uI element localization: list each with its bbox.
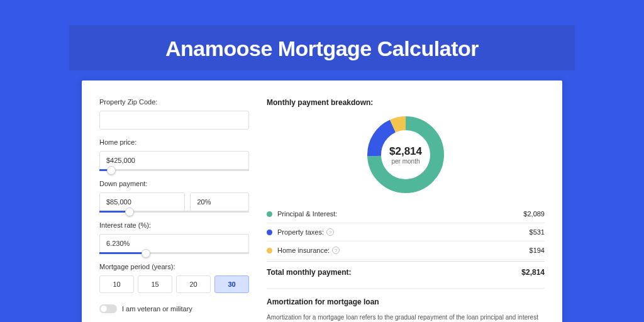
page-title: Anamoose Mortgage Calculator	[0, 36, 644, 61]
veteran-label: I am veteran or military	[122, 305, 192, 313]
donut-sub: per month	[391, 158, 419, 165]
toggle-knob	[101, 306, 107, 312]
veteran-toggle-row: I am veteran or military	[99, 304, 249, 313]
down-payment-percent-input[interactable]	[190, 192, 249, 211]
period-option-10[interactable]: 10	[99, 275, 134, 293]
home-price-slider[interactable]	[99, 169, 249, 171]
legend-label: Home insurance:?	[277, 247, 530, 254]
legend-row-taxes: Property taxes:? $531	[267, 223, 545, 242]
donut-chart-wrap: $2,814 per month	[267, 114, 545, 195]
home-price-field-group: Home price:	[99, 138, 249, 171]
legend-value: $531	[530, 228, 545, 236]
interest-slider[interactable]	[99, 252, 249, 254]
info-icon[interactable]: ?	[326, 228, 334, 236]
zip-field-group: Property Zip Code:	[99, 98, 249, 130]
donut-chart: $2,814 per month	[365, 114, 446, 195]
amortization-text: Amortization for a mortgage loan refers …	[267, 313, 545, 322]
legend-value: $194	[530, 247, 545, 254]
down-payment-slider[interactable]	[99, 211, 249, 213]
down-payment-row	[99, 192, 249, 211]
legend-dot-icon	[267, 230, 272, 235]
down-payment-field-group: Down payment:	[99, 180, 249, 213]
period-label: Mortgage period (years):	[99, 263, 249, 270]
legend-label: Property taxes:?	[277, 228, 530, 236]
legend-value: $2,089	[523, 210, 545, 218]
home-price-label: Home price:	[99, 138, 249, 146]
down-payment-label: Down payment:	[99, 180, 249, 187]
zip-input[interactable]	[99, 111, 249, 130]
legend-dot-icon	[267, 211, 272, 217]
slider-thumb[interactable]	[125, 208, 134, 216]
info-icon[interactable]: ?	[332, 247, 340, 254]
veteran-toggle[interactable]	[99, 304, 117, 313]
total-label: Total monthly payment:	[267, 268, 521, 277]
results-column: Monthly payment breakdown: $2,814 per mo…	[267, 98, 545, 322]
total-value: $2,814	[521, 268, 545, 277]
interest-label: Interest rate (%):	[99, 221, 249, 229]
amortization-title: Amortization for mortgage loan	[267, 297, 545, 306]
period-option-20[interactable]: 20	[176, 275, 211, 293]
legend-row-insurance: Home insurance:? $194	[267, 242, 545, 260]
calculator-card: Property Zip Code: Home price: Down paym…	[82, 80, 562, 322]
amortization-section: Amortization for mortgage loan Amortizat…	[267, 288, 545, 322]
period-options: 10 15 20 30	[99, 275, 249, 293]
home-price-input[interactable]	[99, 151, 249, 170]
slider-fill	[99, 252, 146, 254]
period-option-15[interactable]: 15	[138, 275, 172, 293]
period-field-group: Mortgage period (years): 10 15 20 30	[99, 263, 249, 293]
total-row: Total monthly payment: $2,814	[267, 261, 545, 286]
breakdown-title: Monthly payment breakdown:	[267, 98, 545, 107]
donut-amount: $2,814	[389, 145, 422, 158]
donut-center: $2,814 per month	[365, 114, 446, 195]
slider-thumb[interactable]	[107, 166, 116, 175]
down-payment-amount-input[interactable]	[99, 192, 185, 211]
interest-input[interactable]	[99, 234, 249, 253]
legend-label: Principal & Interest:	[277, 210, 523, 218]
period-option-30[interactable]: 30	[214, 275, 249, 293]
legend-dot-icon	[267, 248, 272, 253]
legend-row-principal: Principal & Interest: $2,089	[267, 205, 545, 223]
interest-field-group: Interest rate (%):	[99, 221, 249, 254]
inputs-column: Property Zip Code: Home price: Down paym…	[99, 98, 249, 322]
zip-label: Property Zip Code:	[99, 98, 249, 106]
slider-thumb[interactable]	[142, 249, 150, 258]
